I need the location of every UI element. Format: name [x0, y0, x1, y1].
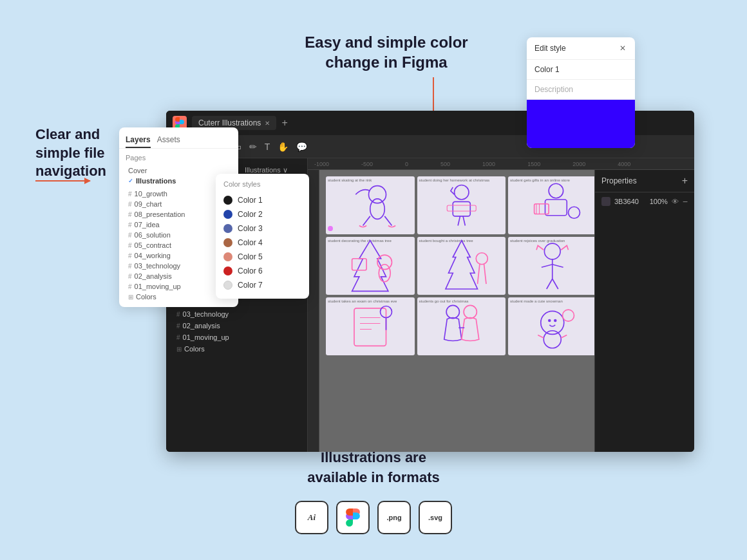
- color-name-5: Color 5: [238, 252, 263, 261]
- add-property-button[interactable]: +: [682, 175, 688, 187]
- color-item-3[interactable]: Color 3: [216, 221, 309, 236]
- illus-cell-10: students go out for christmas: [417, 297, 506, 355]
- svg-label: .svg: [428, 514, 442, 521]
- illus-svg: [417, 237, 506, 295]
- layer-01movingup[interactable]: # 01_moving_up: [171, 331, 302, 343]
- hash-icon: #: [128, 211, 132, 218]
- svg-point-19: [476, 253, 487, 265]
- illus-svg: [508, 237, 597, 295]
- color-name-4: Color 4: [238, 238, 263, 247]
- top-title-line2: change in Figma: [325, 53, 447, 71]
- layer-colors[interactable]: ⊞ Colors: [171, 343, 302, 355]
- svg-point-36: [544, 331, 561, 348]
- format-ai-icon[interactable]: Ai: [295, 501, 328, 534]
- color-dot-4: [223, 238, 232, 247]
- ruler-mark: -1000: [314, 161, 329, 167]
- svg-point-0: [369, 186, 386, 203]
- hash-icon: #: [128, 283, 132, 290]
- bottom-title-line1: Illustrations are: [321, 449, 426, 465]
- edit-style-panel: Edit style ✕ Color 1 Description: [527, 37, 635, 148]
- illus-svg: [508, 176, 597, 234]
- ruler-mark: -500: [361, 161, 373, 167]
- ruler-vertical: [308, 170, 319, 452]
- format-figma-icon[interactable]: [336, 501, 370, 534]
- layers-panel-tabs: Layers Assets: [119, 133, 238, 149]
- property-color-box[interactable]: [601, 197, 610, 206]
- figma-canvas[interactable]: -1000 -500 0 500 1000 1500 2000 4000 stu…: [308, 158, 694, 452]
- svg-line-21: [484, 265, 486, 284]
- ruler-mark: 1500: [527, 161, 540, 167]
- ruler-mark: 2000: [572, 161, 585, 167]
- hash-icon: #: [176, 334, 180, 341]
- description-field[interactable]: Description: [527, 80, 635, 100]
- svg-line-8: [463, 216, 465, 226]
- bottom-title: Illustrations are available in formats: [295, 448, 452, 488]
- svg-rect-18: [352, 259, 367, 270]
- pen-tool-icon[interactable]: ✏: [249, 142, 257, 152]
- illus-svg: [326, 297, 415, 355]
- color-property-row: 3B3640 100% 👁 −: [595, 192, 694, 210]
- format-png-icon[interactable]: .png: [377, 501, 411, 534]
- color-name[interactable]: Color 1: [527, 60, 635, 80]
- remove-property-button[interactable]: −: [683, 196, 688, 207]
- tab-assets-overlay[interactable]: Assets: [157, 133, 180, 148]
- color-item-5[interactable]: Color 5: [216, 250, 309, 264]
- illus-svg: [508, 297, 597, 355]
- format-svg-icon[interactable]: .svg: [419, 501, 452, 534]
- edit-style-header: Edit style ✕: [527, 37, 635, 60]
- tab-close-icon[interactable]: ✕: [265, 120, 270, 127]
- hand-tool-icon[interactable]: ✋: [278, 142, 288, 152]
- hash-icon: #: [176, 311, 180, 318]
- hash-icon: #: [128, 252, 132, 259]
- hash-icon: #: [128, 273, 132, 280]
- top-title-line1: Easy and simple color: [305, 33, 468, 51]
- edit-style-title: Edit style: [534, 44, 566, 53]
- tab-add-button[interactable]: +: [281, 117, 287, 129]
- ruler-mark: 0: [405, 161, 408, 167]
- comment-tool-icon[interactable]: 💬: [296, 142, 307, 152]
- svg-rect-5: [453, 201, 470, 216]
- color-item-4[interactable]: Color 4: [216, 236, 309, 250]
- layer-02analysis[interactable]: # 02_analysis: [171, 320, 302, 331]
- color-name-2: Color 2: [238, 210, 263, 219]
- figma-icon-svg: [346, 509, 360, 527]
- visibility-icon[interactable]: 👁: [672, 198, 679, 205]
- svg-line-20: [477, 265, 479, 284]
- color-item-1[interactable]: Color 1: [216, 193, 309, 207]
- color-name-1: Color 1: [238, 196, 263, 205]
- tab-layers-overlay[interactable]: Layers: [126, 133, 151, 148]
- illus-cell-11: student made a cute snowman: [508, 297, 597, 355]
- illus-cell-1: student skating at the rink: [326, 176, 415, 234]
- color-swatch[interactable]: [527, 100, 635, 148]
- color-styles-title: Color styles: [216, 180, 309, 188]
- color-item-7[interactable]: Color 7: [216, 278, 309, 292]
- color-dot-1: [223, 196, 232, 205]
- color-dot-7: [223, 281, 232, 290]
- svg-point-4: [454, 185, 469, 200]
- layer-03technology[interactable]: # 03_technology: [171, 308, 302, 320]
- hash-icon: #: [128, 201, 132, 208]
- color-item-6[interactable]: Color 6: [216, 264, 309, 278]
- svg-point-34: [464, 305, 477, 318]
- left-arrow: [35, 180, 90, 182]
- svg-point-9: [549, 183, 563, 198]
- left-title-line3: navigation: [35, 163, 106, 179]
- text-tool-icon[interactable]: T: [265, 142, 270, 152]
- color-item-2[interactable]: Color 2: [216, 207, 309, 221]
- ai-label: Ai: [308, 512, 316, 523]
- color-dot-3: [223, 224, 232, 233]
- svg-line-3: [384, 216, 392, 226]
- close-icon[interactable]: ✕: [618, 44, 627, 53]
- svg-point-22: [544, 243, 560, 259]
- properties-panel: Properties + 3B3640 100% 👁 −: [594, 170, 694, 452]
- illus-cell-6: student bought a christmas tree: [417, 237, 506, 295]
- page-item-cover[interactable]: Cover: [126, 165, 232, 176]
- hash-icon: #: [176, 322, 180, 330]
- svg-line-7: [458, 216, 460, 226]
- illus-svg: [417, 297, 506, 355]
- ruler-mark: 4000: [618, 161, 630, 167]
- top-section: Easy and simple color change in Figma: [296, 32, 477, 72]
- pages-section-label: Pages: [126, 153, 232, 163]
- svg-rect-27: [354, 308, 386, 346]
- bottom-title-line2: available in formats: [307, 469, 439, 485]
